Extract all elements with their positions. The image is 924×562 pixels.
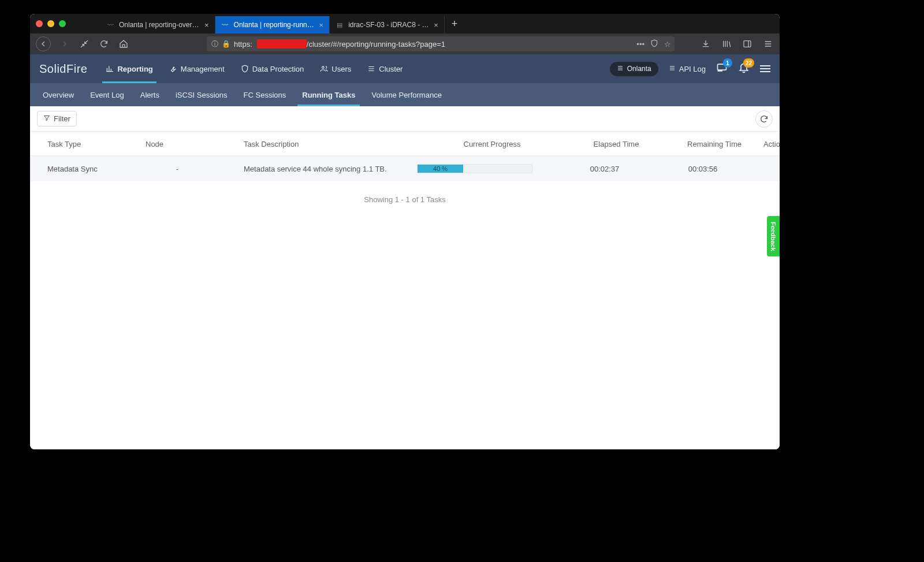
tab-title: Onlanta | reporting-runningTas: [234, 21, 315, 29]
nav-label: Data Protection: [252, 65, 304, 73]
nav-label: Reporting: [117, 65, 152, 73]
progress-bar-track: 40 %: [417, 164, 532, 173]
feedback-tab[interactable]: Feedback: [767, 216, 780, 256]
col-node[interactable]: Node: [146, 140, 244, 148]
filter-label: Filter: [54, 114, 70, 123]
col-description[interactable]: Task Description: [244, 140, 417, 148]
nav-label: Cluster: [379, 65, 403, 73]
nav-management[interactable]: Management: [161, 54, 233, 83]
table-header: Task Type Node Task Description Current …: [30, 132, 780, 156]
browser-toolbar: ⓘ 🔒 https: /cluster/#/reporting/running-…: [30, 34, 780, 54]
svg-rect-0: [744, 41, 751, 47]
window-minimize[interactable]: [47, 20, 54, 27]
nav-reporting[interactable]: Reporting: [98, 54, 161, 83]
browser-tabs: 〰 Onlanta | reporting-overview × 〰 Onlan…: [100, 14, 445, 34]
cell-task-type: Metadata Sync: [47, 165, 146, 173]
downloads-icon[interactable]: [700, 38, 711, 50]
forward-button[interactable]: [59, 38, 70, 50]
users-icon: [320, 65, 328, 73]
sub-nav: Overview Event Log Alerts iSCSI Sessions…: [30, 83, 780, 106]
subnav-running-tasks[interactable]: Running Tasks: [294, 83, 363, 106]
col-remaining[interactable]: Remaining Time: [665, 140, 763, 148]
url-host-redacted: [257, 39, 307, 49]
browser-tab-0[interactable]: 〰 Onlanta | reporting-overview ×: [100, 16, 215, 34]
cell-node: -: [146, 165, 244, 173]
back-button[interactable]: [36, 36, 51, 51]
reload-button[interactable]: [98, 38, 110, 50]
subnav-alerts[interactable]: Alerts: [132, 83, 167, 106]
messages-button[interactable]: 1: [716, 62, 728, 76]
menu-icon[interactable]: [762, 38, 774, 50]
refresh-button[interactable]: [755, 110, 773, 128]
tab-close-icon[interactable]: ×: [434, 21, 438, 29]
chart-bar-icon: [106, 65, 114, 73]
subnav-iscsi-sessions[interactable]: iSCSI Sessions: [167, 83, 236, 106]
cell-description: Metadata service 44 whole syncing 1.1 TB…: [244, 165, 417, 173]
cluster-name: Onlanta: [627, 65, 651, 73]
feedback-label: Feedback: [770, 222, 777, 251]
url-security: ⓘ 🔒 https:: [207, 39, 257, 49]
cell-progress: 40 %: [417, 164, 567, 173]
subnav-event-log[interactable]: Event Log: [82, 83, 132, 106]
library-icon[interactable]: [721, 38, 732, 50]
lock-warning-icon: 🔒: [222, 40, 230, 48]
brand-logo: SolidFire: [39, 62, 87, 76]
subnav-fc-sessions[interactable]: FC Sessions: [236, 83, 295, 106]
url-bar[interactable]: ⓘ 🔒 https: /cluster/#/reporting/running-…: [207, 36, 675, 51]
shield-icon: [241, 65, 249, 73]
col-actions[interactable]: Actions: [763, 140, 780, 148]
subnav-volume-performance[interactable]: Volume Performance: [363, 83, 449, 106]
filter-button[interactable]: Filter: [37, 111, 77, 126]
main-nav: Reporting Management Data Protection Use…: [98, 54, 411, 83]
shield-icon[interactable]: [650, 39, 658, 49]
messages-badge: 1: [723, 58, 732, 68]
star-icon[interactable]: ☆: [664, 40, 671, 49]
table-footer: Showing 1 - 1 of 1 Tasks: [30, 181, 780, 218]
nav-label: Users: [331, 65, 351, 73]
tab-close-icon[interactable]: ×: [204, 21, 209, 29]
api-log-link[interactable]: API Log: [669, 65, 706, 73]
url-more-icon[interactable]: •••: [636, 40, 644, 49]
col-progress[interactable]: Current Progress: [417, 140, 567, 148]
table-row: Metadata Sync - Metadata service 44 whol…: [30, 156, 780, 181]
subnav-overview[interactable]: Overview: [35, 83, 82, 106]
dev-button[interactable]: [79, 38, 90, 50]
tasks-table: Task Type Node Task Description Current …: [30, 132, 780, 181]
url-path: /cluster/#/reporting/running-tasks?page=…: [307, 40, 445, 49]
tab-title: Onlanta | reporting-overview: [119, 21, 200, 29]
app-nav: SolidFire Reporting Management Data Prot…: [30, 54, 780, 83]
col-elapsed[interactable]: Elapsed Time: [567, 140, 665, 148]
tab-favicon: ▤: [336, 21, 344, 29]
window-controls: [36, 20, 66, 27]
new-tab-button[interactable]: +: [445, 18, 465, 30]
url-scheme: https:: [234, 40, 252, 49]
notifications-badge: 22: [743, 58, 754, 68]
nav-label: Management: [181, 65, 225, 73]
wrench-icon: [169, 65, 177, 73]
svg-point-1: [322, 66, 325, 69]
nav-users[interactable]: Users: [312, 54, 359, 83]
window-maximize[interactable]: [59, 20, 66, 27]
info-icon: ⓘ: [211, 39, 218, 49]
content-toolbar: Filter: [30, 106, 780, 132]
home-button[interactable]: [118, 38, 129, 50]
browser-window: 〰 Onlanta | reporting-overview × 〰 Onlan…: [30, 14, 780, 449]
nav-cluster[interactable]: Cluster: [359, 54, 411, 83]
sidebar-icon[interactable]: [742, 38, 753, 50]
cluster-selector[interactable]: Onlanta: [610, 62, 658, 76]
browser-tab-1[interactable]: 〰 Onlanta | reporting-runningTas ×: [215, 16, 330, 34]
cell-remaining: 00:03:56: [665, 165, 763, 173]
tab-favicon: 〰: [106, 21, 114, 29]
tab-title: idrac-SF-03 - iDRAC8 - Summ: [348, 21, 429, 29]
nav-data-protection[interactable]: Data Protection: [233, 54, 312, 83]
tab-favicon: 〰: [221, 21, 229, 29]
window-close[interactable]: [36, 20, 43, 27]
app-menu-button[interactable]: [760, 65, 770, 72]
browser-tab-2[interactable]: ▤ idrac-SF-03 - iDRAC8 - Summ ×: [330, 16, 445, 34]
progress-bar-fill: 40 %: [418, 165, 463, 173]
cell-elapsed: 00:02:37: [567, 165, 665, 173]
notifications-button[interactable]: 22: [738, 62, 750, 76]
list-icon: [617, 65, 624, 73]
col-task-type[interactable]: Task Type: [47, 140, 146, 148]
tab-close-icon[interactable]: ×: [319, 21, 324, 29]
